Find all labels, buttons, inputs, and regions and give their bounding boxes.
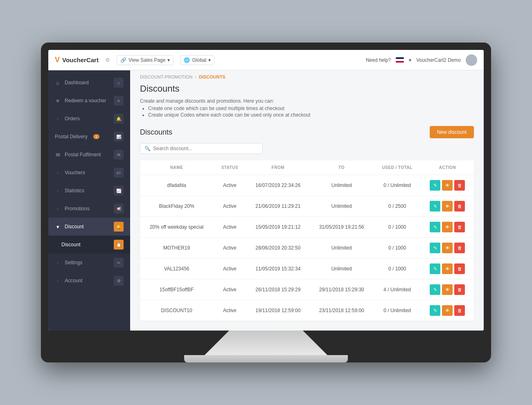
- monitor-base: [184, 355, 348, 362]
- cell-from: 11/05/2019 15:32:34: [246, 259, 310, 279]
- edit-button[interactable]: ✎: [430, 243, 440, 253]
- settings-arrow-icon: ‹: [55, 261, 61, 265]
- sidebar-item-vouchers[interactable]: ‹ Vouchers 🏷: [48, 164, 130, 182]
- discounts-table: NAME STATUS FROM TO USED / TOTAL ACTION: [140, 160, 474, 321]
- cell-used-total: 0 / 1000: [373, 259, 421, 279]
- topbar-left: V VoucherCart ⚙ 🔗 View Sales Page ▾ 🌐 Gl…: [55, 55, 214, 65]
- sidebar-item-discount-parent[interactable]: ▾ Discount 🔔: [48, 218, 130, 236]
- link-icon: 🔗: [120, 57, 126, 63]
- global-button[interactable]: 🌐 Global ▾: [180, 55, 214, 65]
- sidebar-item-postal-delivery[interactable]: Postal Delivery 1 📊: [48, 128, 130, 146]
- sidebar-item-postal-fulfilment[interactable]: ✉ Postal Fulfilment ✉: [48, 146, 130, 164]
- edit-button[interactable]: ✎: [430, 180, 440, 191]
- redeem-icon-box: ≡: [114, 96, 124, 106]
- action-buttons: ✎ 👁 🗑: [428, 284, 467, 295]
- col-name: NAME: [140, 160, 213, 175]
- delete-button[interactable]: 🗑: [454, 305, 465, 316]
- page-description-text: Create and manage discounts and promotio…: [140, 98, 274, 104]
- action-buttons: ✎ 👁 🗑: [428, 201, 467, 212]
- cell-from: 16/07/2019 22:34:26: [246, 175, 310, 196]
- view-button[interactable]: 👁: [442, 201, 453, 212]
- delete-button[interactable]: 🗑: [454, 180, 465, 191]
- edit-button[interactable]: ✎: [430, 222, 440, 232]
- sidebar-postal-fulfilment-label: Postal Fulfilment: [65, 152, 101, 158]
- search-input[interactable]: [153, 146, 258, 151]
- sidebar-item-dashboard[interactable]: ⌂ Dashboard ⌂: [48, 74, 130, 92]
- cell-status: Active: [213, 300, 246, 321]
- sidebar-item-discount-sub[interactable]: Discount 📋: [48, 236, 130, 254]
- delete-button[interactable]: 🗑: [454, 263, 465, 274]
- sidebar-item-account[interactable]: ‹ Account ⚙: [48, 272, 130, 290]
- breadcrumb-separator: ›: [195, 74, 196, 79]
- col-to: TO: [310, 160, 373, 175]
- orders-icon-box: 🔔: [114, 114, 124, 124]
- avatar[interactable]: [466, 54, 477, 66]
- view-button[interactable]: 👁: [442, 243, 453, 253]
- globe-icon: 🌐: [184, 57, 190, 63]
- discount-sub-box-icon: 📋: [116, 243, 121, 247]
- promotions-icon-box: 📢: [114, 204, 124, 214]
- sidebar-item-promotions[interactable]: ‹ Promotions 📢: [48, 200, 130, 218]
- cell-name: 20% off weekday special: [140, 217, 213, 238]
- statistics-arrow-icon: ‹: [55, 189, 61, 193]
- global-label: Global: [192, 57, 206, 63]
- sidebar-discount-parent-label: Discount: [65, 224, 84, 230]
- vouchers-arrow-icon: ‹: [55, 171, 61, 175]
- edit-button[interactable]: ✎: [430, 201, 440, 212]
- new-discount-button[interactable]: New discount: [430, 126, 474, 138]
- cell-status: Active: [213, 196, 246, 217]
- col-used-total: USED / TOTAL: [373, 160, 421, 175]
- fulfilment-icon-box: ✉: [114, 150, 124, 160]
- table-row: VAL123456 Active 11/05/2019 15:32:34 Unl…: [140, 259, 474, 279]
- page-description: Create and manage discounts and promotio…: [140, 98, 474, 118]
- chevron-flag-icon: ▾: [409, 57, 411, 63]
- table-row: dfadafda Active 16/07/2019 22:34:26 Unli…: [140, 175, 474, 196]
- cell-name: 15offBF15offBF: [140, 279, 213, 300]
- breadcrumb-parent: DISCOUNT-PROMOTION: [140, 74, 192, 79]
- sidebar-dashboard-label: Dashboard: [65, 80, 89, 86]
- cell-from: 26/11/2018 15:29:29: [246, 279, 310, 300]
- view-button[interactable]: 👁: [442, 305, 453, 316]
- gear-icon[interactable]: ⚙: [105, 57, 110, 63]
- cell-action: ✎ 👁 🗑: [421, 259, 474, 279]
- view-button[interactable]: 👁: [442, 180, 453, 191]
- sidebar-account-label: Account: [65, 278, 82, 284]
- sidebar-item-redeem[interactable]: ≡ Redeem a voucher ≡: [48, 92, 130, 110]
- cell-status: Active: [213, 259, 246, 279]
- account-arrow-icon: ‹: [55, 279, 61, 283]
- cell-status: Active: [213, 279, 246, 300]
- cell-name: DISCOUNT10: [140, 300, 213, 321]
- cell-name: MOTHER19: [140, 238, 213, 259]
- logo-icon: V: [55, 56, 60, 64]
- delete-button[interactable]: 🗑: [454, 284, 465, 295]
- edit-button[interactable]: ✎: [430, 305, 440, 316]
- dashboard-box-icon: ⌂: [117, 81, 120, 85]
- cell-from: 15/05/2019 19:21:12: [246, 217, 310, 238]
- home-icon: ⌂: [55, 80, 61, 86]
- edit-button[interactable]: ✎: [430, 263, 440, 274]
- view-button[interactable]: 👁: [442, 263, 453, 274]
- sidebar-item-settings[interactable]: ‹ Settings ✂: [48, 254, 130, 272]
- postal-delivery-badge: 1: [93, 134, 99, 139]
- cell-from: 21/06/2019 11:29:21: [246, 196, 310, 217]
- main-content: DISCOUNT-PROMOTION › DISCOUNTS Discounts…: [130, 70, 484, 331]
- delete-button[interactable]: 🗑: [454, 243, 465, 253]
- view-button[interactable]: 👁: [442, 222, 453, 232]
- sidebar-item-orders[interactable]: ‹ Orders 🔔: [48, 110, 130, 128]
- table-row: 20% off weekday special Active 15/05/201…: [140, 217, 474, 238]
- cell-status: Active: [213, 238, 246, 259]
- delete-button[interactable]: 🗑: [454, 201, 465, 212]
- cell-action: ✎ 👁 🗑: [421, 217, 474, 238]
- sidebar-item-statistics[interactable]: ‹ Statistics 📈: [48, 182, 130, 200]
- cell-used-total: 0 / 1000: [373, 217, 421, 238]
- postal-delivery-box-icon: 📊: [116, 135, 121, 139]
- view-sales-page-button[interactable]: 🔗 View Sales Page ▾: [117, 55, 174, 65]
- table-row: BlackFiday 20% Active 21/06/2019 11:29:2…: [140, 196, 474, 217]
- delete-button[interactable]: 🗑: [454, 222, 465, 232]
- edit-button[interactable]: ✎: [430, 284, 440, 295]
- view-button[interactable]: 👁: [442, 284, 453, 295]
- sidebar-postal-delivery-label: Postal Delivery: [55, 134, 88, 140]
- search-bar: 🔍: [140, 143, 263, 154]
- discounts-table-wrapper: NAME STATUS FROM TO USED / TOTAL ACTION: [140, 160, 474, 321]
- account-icon-box: ⚙: [114, 276, 124, 286]
